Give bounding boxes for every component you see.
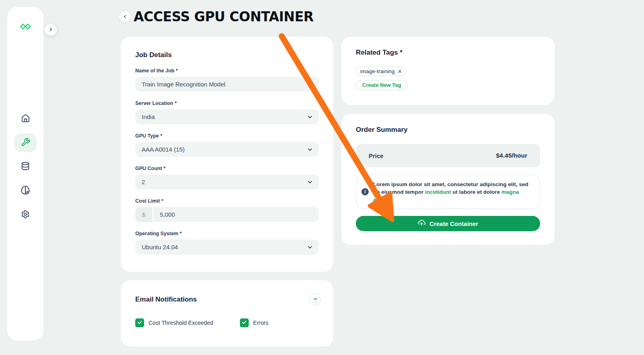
back-button[interactable] <box>119 11 130 23</box>
infinity-logo-icon <box>20 23 31 32</box>
job-details-card: Job Details Name of the Job * Train Imag… <box>121 37 333 272</box>
sidebar-item-settings[interactable] <box>14 206 37 224</box>
info-segment: . <box>389 197 390 203</box>
price-label: Price <box>369 152 384 159</box>
cloud-upload-icon <box>418 219 425 228</box>
cost-threshold-checkbox[interactable] <box>135 318 144 327</box>
info-link: incididunt <box>425 189 451 195</box>
server-location-value: India <box>142 113 155 120</box>
gpu-count-label: GPU Count * <box>135 166 319 171</box>
job-name-value: Train Image Recognition Model <box>142 81 225 88</box>
info-icon: i <box>361 188 369 195</box>
related-tags-card: Related Tags * image-training Create New… <box>341 37 555 105</box>
sidebar-item-tools[interactable] <box>14 133 37 152</box>
home-icon <box>21 113 30 124</box>
chevron-right-icon <box>48 26 53 33</box>
email-notifications-card: Email Notifications Cost Threshold Excee… <box>121 280 333 347</box>
field-cost-limit: Cost Limit * $ 5,000 <box>135 198 319 222</box>
gpu-count-select[interactable]: 2 <box>135 174 319 189</box>
price-value: $4.45/hour <box>496 152 527 159</box>
create-container-button[interactable]: Create Container <box>356 216 540 231</box>
operating-system-label: Operating System * <box>135 231 319 236</box>
chevron-down-icon <box>307 146 313 153</box>
check-icon <box>242 319 247 326</box>
field-job-name: Name of the Job * Train Image Recognitio… <box>135 68 319 92</box>
gpu-count-value: 2 <box>142 179 145 185</box>
job-details-heading: Job Details <box>135 51 319 59</box>
server-location-select[interactable]: India <box>135 109 319 124</box>
currency-prefix: $ <box>135 207 152 222</box>
related-tags-heading: Related Tags * <box>356 49 539 57</box>
chevron-left-icon <box>123 13 127 21</box>
chevron-down-icon <box>307 244 313 250</box>
info-callout: i Lorem ipsum dolor sit amet, consectetu… <box>356 174 540 209</box>
server-location-label: Server Location * <box>135 101 319 106</box>
operating-system-select[interactable]: Ubuntu 24.04 <box>135 240 319 254</box>
sidebar-expand-button[interactable] <box>45 24 57 36</box>
errors-label: Errors <box>253 320 268 326</box>
field-operating-system: Operating System * Ubuntu 24.04 <box>135 231 319 254</box>
cost-limit-control: $ 5,000 <box>135 207 319 222</box>
collapse-button[interactable] <box>309 293 321 306</box>
price-row: Price $4.45/hour <box>356 144 540 167</box>
email-notifications-heading: Email Notifications <box>135 295 197 304</box>
create-new-tag-button[interactable]: Create New Tag <box>356 80 408 90</box>
gpu-type-select[interactable]: AAA A0014 (15) <box>135 142 319 157</box>
field-gpu-count: GPU Count * 2 <box>135 166 319 189</box>
cost-limit-input[interactable]: 5,000 <box>153 207 319 222</box>
cost-limit-label: Cost Limit * <box>135 198 319 204</box>
create-container-label: Create Container <box>429 220 478 227</box>
database-icon <box>21 162 30 172</box>
gpu-type-value: AAA A0014 (15) <box>142 146 185 153</box>
app-logo <box>7 23 43 32</box>
sidebar <box>7 7 43 341</box>
sidebar-nav <box>7 109 43 230</box>
option-errors: Errors <box>240 318 268 327</box>
job-name-label: Name of the Job * <box>135 68 319 74</box>
operating-system-value: Ubuntu 24.04 <box>142 244 178 250</box>
cost-limit-value: 5,000 <box>160 211 175 218</box>
cost-threshold-label: Cost Threshold Exceeded <box>149 320 213 326</box>
order-summary-card: Order Summary Price $4.45/hour i Lorem i… <box>341 114 555 245</box>
chevron-down-icon <box>307 114 313 120</box>
tag-label: image-training <box>360 68 395 74</box>
chevron-up-icon <box>313 296 318 303</box>
gpu-type-label: GPU Type * <box>135 133 319 139</box>
field-server-location: Server Location * India <box>135 101 319 124</box>
gear-icon <box>21 210 30 220</box>
page-title: ACCESS GPU CONTAINER <box>134 9 314 25</box>
brain-gear-icon <box>21 185 30 197</box>
remove-tag-icon[interactable] <box>398 69 402 74</box>
sidebar-item-database[interactable] <box>14 158 37 176</box>
sidebar-item-ai-models[interactable] <box>14 182 37 200</box>
wrench-icon <box>21 137 30 148</box>
notification-options: Cost Threshold Exceeded Errors <box>135 318 321 327</box>
errors-checkbox[interactable] <box>240 318 249 327</box>
order-summary-heading: Order Summary <box>356 126 540 134</box>
field-gpu-type: GPU Type * AAA A0014 (15) <box>135 133 319 157</box>
info-text: Lorem ipsum dolor sit amet, consectetur … <box>373 181 534 203</box>
info-segment: ut labore et dolore <box>451 189 502 195</box>
sidebar-item-home[interactable] <box>14 109 37 128</box>
option-cost-threshold: Cost Threshold Exceeded <box>135 318 213 327</box>
page: ACCESS GPU CONTAINER Job Details Name of… <box>0 0 644 355</box>
chevron-down-icon <box>307 179 313 185</box>
tag-image-training: image-training <box>356 66 407 76</box>
job-name-input[interactable]: Train Image Recognition Model <box>135 77 319 92</box>
check-icon <box>137 319 142 326</box>
